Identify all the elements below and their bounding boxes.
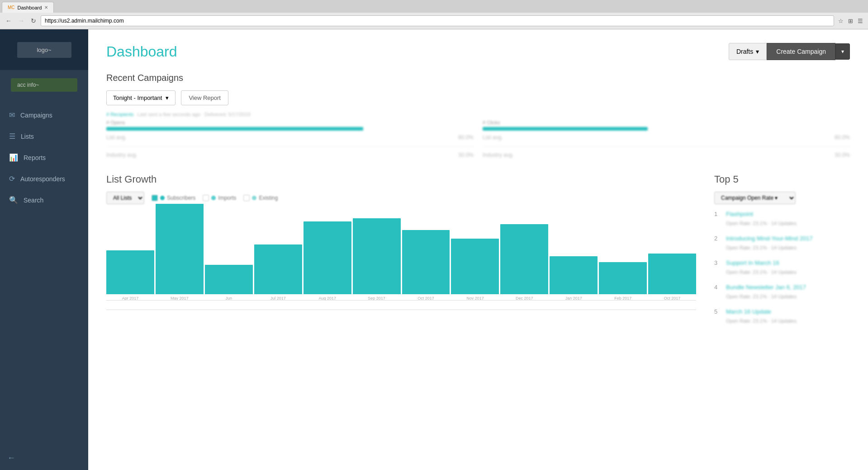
extensions-button[interactable]: ⊞ (847, 17, 854, 25)
chart-bar-7 (451, 239, 499, 294)
imports-legend-label: Imports (218, 195, 236, 201)
autoresponders-icon: ⟳ (9, 174, 15, 183)
sidebar-item-search[interactable]: 🔍 Search (0, 189, 88, 211)
lists-label: Lists (21, 133, 34, 140)
chart-bar-0 (106, 250, 154, 294)
chart-label-9: Jan 2017 (565, 296, 582, 301)
sidebar-logo-area: logo~ (0, 29, 88, 70)
list-growth-section: List Growth All Lists Subscribers Import… (106, 174, 696, 324)
top5-item-3: 3 Support In March 16 Open Rate: 23.1% ·… (714, 259, 850, 276)
chart-bar-group-2: Jun (205, 265, 253, 301)
top5-dropdown[interactable]: Campaign Open Rate ▾ (714, 192, 796, 204)
list-growth-title: List Growth (106, 174, 696, 185)
bookmark-button[interactable]: ☆ (837, 17, 845, 25)
top5-rank-3: 3 (714, 259, 721, 276)
search-icon: 🔍 (9, 196, 18, 204)
subscribers-legend-label: Subscribers (167, 195, 195, 201)
top5-item-2: 2 Introducing Mind-Your-Mind 2017 Open R… (714, 235, 850, 251)
chart-bar-group-3: Jul 2017 (254, 244, 302, 301)
browser-chrome: MC Dashboard ✕ ← → ↻ ☆ ⊞ ☰ (0, 0, 868, 29)
top5-name-1[interactable]: Flashpoint (726, 211, 797, 217)
chart-bar-2 (205, 265, 253, 294)
existing-legend-label: Existing (259, 195, 278, 201)
main-header: Dashboard Drafts ▾ Create Campaign ▾ (106, 43, 850, 60)
chart-bar-group-11: Oct 2017 (648, 254, 696, 301)
campaign-stats-area: # Recipients Last sent a few seconds ago… (106, 112, 850, 160)
tab-close-button[interactable]: ✕ (44, 5, 48, 10)
chart-label-0: Apr 2017 (122, 296, 139, 301)
chart-bar-group-7: Nov 2017 (451, 239, 499, 301)
drafts-label: Drafts (736, 48, 753, 55)
reload-button[interactable]: ↻ (29, 16, 38, 25)
back-nav-button[interactable]: ← (4, 16, 14, 25)
tab-favicon: MC (8, 5, 15, 10)
existing-checkbox[interactable] (243, 195, 250, 201)
campaigns-icon: ✉ (9, 111, 15, 119)
legend-subscribers: Subscribers (152, 195, 195, 201)
top5-rank-4: 4 (714, 284, 721, 300)
top5-meta-1: Open Rate: 23.1% · 14 Updates (726, 221, 797, 226)
view-report-button[interactable]: View Report (181, 90, 228, 105)
top5-details-3: Support In March 16 Open Rate: 23.1% · 1… (726, 259, 797, 276)
logo: logo~ (17, 42, 71, 58)
chart-controls: All Lists Subscribers Imports (106, 192, 696, 204)
legend-existing: Existing (243, 195, 278, 201)
campaign-controls: Tonight - Important ▾ View Report (106, 90, 850, 105)
opens-bar (106, 127, 363, 131)
menu-button[interactable]: ☰ (856, 17, 864, 25)
sidebar: logo~ acc info~ ✉ Campaigns ☰ Lists 📊 Re… (0, 29, 88, 470)
chart-bar-8 (500, 224, 548, 294)
chart-label-4: Aug 2017 (318, 296, 336, 301)
create-campaign-dropdown-button[interactable]: ▾ (835, 43, 850, 60)
top5-rank-1: 1 (714, 211, 721, 227)
forward-nav-button[interactable]: → (16, 16, 26, 25)
clicks-list-avg: List avg. 80.0% (483, 132, 850, 142)
address-bar[interactable] (41, 15, 834, 26)
top5-item-1: 1 Flashpoint Open Rate: 23.1% · 14 Updat… (714, 211, 850, 227)
top5-item-4: 4 Bundle Newsletter Jan 6, 2017 Open Rat… (714, 284, 850, 300)
sidebar-item-lists[interactable]: ☰ Lists (0, 126, 88, 147)
chart-bar-group-5: Sep 2017 (353, 218, 401, 301)
top5-name-5[interactable]: March 16 Update (726, 308, 797, 315)
lists-icon: ☰ (9, 132, 15, 141)
sidebar-item-reports[interactable]: 📊 Reports (0, 147, 88, 168)
clicks-col: # Clicks List avg. 80.0% Industry avg. 3… (483, 120, 850, 160)
campaign-selector-button[interactable]: Tonight - Important ▾ (106, 90, 175, 105)
opens-industry-avg: Industry avg. 30.0% (106, 150, 474, 160)
chart-label-2: Jun (226, 296, 232, 301)
header-actions: Drafts ▾ Create Campaign ▾ (729, 43, 850, 60)
app-wrapper: logo~ acc info~ ✉ Campaigns ☰ Lists 📊 Re… (0, 29, 868, 470)
browser-toolbar: ← → ↻ ☆ ⊞ ☰ (0, 13, 868, 29)
clicks-bar (483, 127, 648, 131)
top5-name-3[interactable]: Support In March 16 (726, 259, 797, 266)
subscribers-checkbox[interactable] (152, 195, 158, 201)
chart-bar-group-9: Jan 2017 (550, 256, 598, 301)
top5-name-2[interactable]: Introducing Mind-Your-Mind 2017 (726, 235, 813, 242)
active-tab[interactable]: MC Dashboard ✕ (2, 2, 54, 13)
drafts-arrow-icon: ▾ (756, 48, 759, 55)
list-growth-dropdown[interactable]: All Lists (106, 192, 144, 204)
chart-label-1: May 2017 (171, 296, 189, 301)
browser-action-buttons: ☆ ⊞ ☰ (837, 17, 864, 25)
chart-bar-group-6: Oct 2017 (402, 230, 450, 301)
sidebar-item-autoresponders[interactable]: ⟳ Autoresponders (0, 168, 88, 189)
chart-label-10: Feb 2017 (614, 296, 631, 301)
top5-details-2: Introducing Mind-Your-Mind 2017 Open Rat… (726, 235, 813, 251)
top5-meta-5: Open Rate: 23.1% · 14 Updates (726, 318, 797, 324)
create-campaign-button[interactable]: Create Campaign (767, 43, 835, 60)
list-growth-chart: Apr 2017May 2017JunJul 2017Aug 2017Sep 2… (106, 211, 696, 310)
page-title: Dashboard (106, 43, 177, 60)
sidebar-item-campaigns[interactable]: ✉ Campaigns (0, 104, 88, 126)
chart-bar-1 (156, 204, 204, 294)
recent-campaigns-title: Recent Campaigns (106, 73, 850, 83)
account-button[interactable]: acc info~ (11, 78, 77, 92)
chart-bar-11 (648, 254, 696, 294)
reports-icon: 📊 (9, 153, 18, 162)
chart-bar-10 (599, 262, 647, 294)
imports-checkbox[interactable] (203, 195, 209, 201)
chart-bar-group-4: Aug 2017 (304, 221, 351, 301)
sidebar-back-button[interactable]: ← (7, 453, 15, 463)
recipients-meta: Last sent a few seconds ago · Delivered:… (138, 112, 251, 117)
top5-name-4[interactable]: Bundle Newsletter Jan 6, 2017 (726, 284, 806, 291)
drafts-button[interactable]: Drafts ▾ (729, 43, 767, 60)
